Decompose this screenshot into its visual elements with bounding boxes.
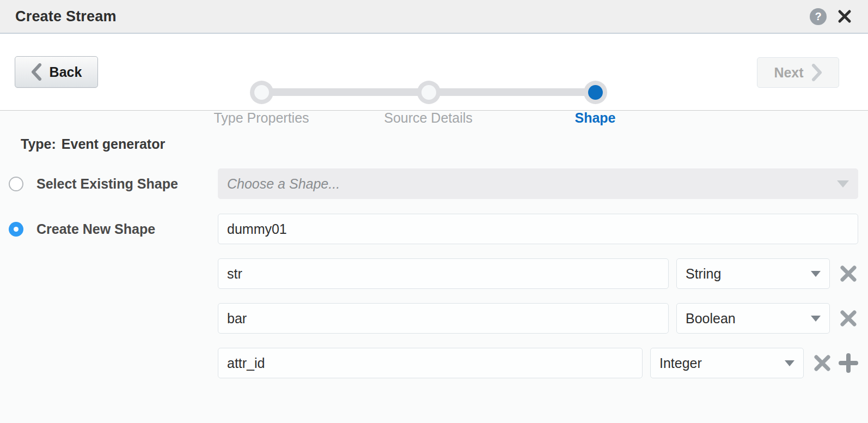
add-attribute-button[interactable] [838,353,858,373]
delete-attribute-button[interactable] [838,264,858,284]
dialog-content: Type:Event generator Select Existing Sha… [0,111,868,378]
chevron-down-icon [811,316,821,322]
next-button[interactable]: Next [757,57,839,88]
step-dot-shape [584,81,607,104]
existing-shape-option: Select Existing Shape [0,176,218,192]
attribute-name-input[interactable] [218,348,643,378]
attribute-name-wrap [218,303,669,334]
step-dot-type-properties [250,81,273,104]
new-shape-option: Create New Shape [0,221,218,237]
delete-x-icon [813,354,832,372]
new-shape-radio[interactable] [9,222,23,237]
new-shape-name-wrap [218,214,858,244]
attribute-row: Integer [218,348,858,378]
chevron-down-icon [785,360,794,366]
existing-shape-row: Select Existing Shape Choose a Shape... [0,168,858,199]
wizard-bar: Back Type Properties Source Details Shap… [0,34,868,111]
delete-attribute-button[interactable] [838,309,858,329]
attribute-row: String [218,258,858,289]
type-value: Event generator [62,136,165,152]
dialog-titlebar: Create Stream ? [0,0,868,34]
add-plus-icon [839,353,858,373]
attribute-row: Boolean [218,303,858,334]
delete-x-icon [839,309,858,328]
step-label-type-properties: Type Properties [213,110,309,126]
wizard-steps: Type Properties Source Details Shape [261,34,595,110]
existing-shape-select: Choose a Shape... [218,168,858,199]
attribute-type-value: Integer [659,355,702,371]
delete-attribute-button[interactable] [812,353,832,373]
step-label-shape: Shape [574,110,615,126]
help-icon[interactable]: ? [810,8,827,25]
attribute-type-value: String [686,266,721,282]
attribute-name-input[interactable] [218,258,669,289]
back-button-label: Back [50,64,82,80]
chevron-right-icon [811,64,822,81]
attribute-type-select[interactable]: String [676,258,830,289]
new-shape-name-input[interactable] [218,214,858,244]
existing-shape-radio-label[interactable]: Select Existing Shape [36,176,178,192]
attribute-name-input[interactable] [218,303,669,334]
new-shape-row: Create New Shape [0,214,858,244]
chevron-down-icon [837,180,849,188]
help-glyph: ? [815,10,821,23]
step-dot-source-details [417,81,441,104]
attribute-name-wrap [218,258,669,289]
attribute-name-wrap [218,348,643,378]
close-icon[interactable] [836,8,853,25]
attribute-type-select[interactable]: Integer [650,348,804,378]
attribute-type-value: Boolean [686,311,736,327]
page-title: Create Stream [15,8,117,25]
next-button-label: Next [774,65,803,81]
chevron-down-icon [811,271,821,277]
type-label: Type: [21,136,56,152]
step-label-source-details: Source Details [384,110,473,126]
existing-shape-radio[interactable] [9,177,23,191]
back-button[interactable]: Back [15,56,98,88]
delete-x-icon [839,264,858,283]
chevron-left-icon [31,63,42,81]
attribute-type-select[interactable]: Boolean [676,303,830,334]
existing-shape-select-placeholder: Choose a Shape... [227,176,340,192]
new-shape-radio-label[interactable]: Create New Shape [36,221,155,237]
